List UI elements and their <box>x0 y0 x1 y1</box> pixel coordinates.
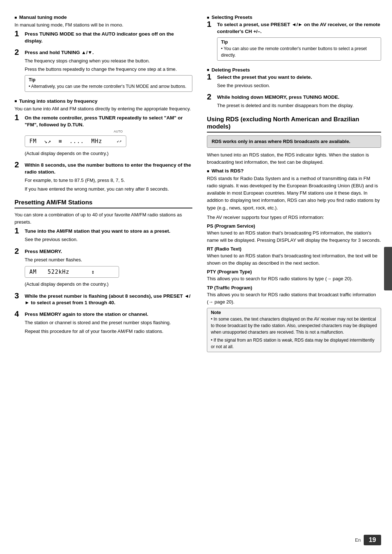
tp-section: TP (Traffic Program) This allows you to … <box>207 285 381 306</box>
rt-body: When tuned to an RDS station that's broa… <box>207 252 381 267</box>
pty-title: PTY (Program Type) <box>207 269 381 274</box>
preset-step2-title: Press MEMORY. <box>25 248 192 255</box>
preset-step2-body: The preset number flashes. <box>25 256 192 264</box>
manual-step2-body2: Press the buttons repeatedly to change t… <box>25 66 192 73</box>
preset-step1-title: Tune into the AM/FM station that you wan… <box>25 228 192 235</box>
preset-display-box: AM 522kHz ↕ <box>25 266 119 278</box>
preset-step4-body2: Repeat this procedure for all of your fa… <box>25 328 192 335</box>
freq-step1-title: On the remote controller, press TUNER re… <box>25 115 192 129</box>
manual-step1: 1 Press TUNING MODE so that the AUTO ind… <box>15 31 192 46</box>
ps-body: When tuned to an RDS station that's broa… <box>207 229 381 244</box>
display2-caption: (Actual display depends on the country.) <box>25 281 192 288</box>
pty-section: PTY (Program Type) This allows you to se… <box>207 269 381 282</box>
pty-body: This allows you to search for RDS radio … <box>207 275 381 282</box>
delete-step-num-1: 1 <box>207 73 217 90</box>
select-tip-box: Tip • You can also use the remote contro… <box>217 37 381 61</box>
tp-body: This allows you to search for RDS radio … <box>207 291 381 306</box>
manual-step2-title: Press and hold TUNING ▲/▼. <box>25 49 192 56</box>
freq-step2: 2 Within 8 seconds, use the number butto… <box>15 162 192 194</box>
preset-step3: 3 While the preset number is flashing (a… <box>15 293 192 308</box>
page-number: 19 <box>364 535 381 545</box>
delete-step1: 1 Select the preset that you want to del… <box>207 74 381 90</box>
selecting-presets-heading: Selecting Presets <box>207 15 381 20</box>
freq-display-wrapper: AUTO FM ↘↗ ≡ .... MHz ↙↗ <box>25 130 192 147</box>
manual-tuning-intro: In manual tuning mode, FM stations will … <box>15 21 192 29</box>
display-text: FM ↘↗ ≡ .... MHz <box>29 138 102 144</box>
preset-step-num-4: 4 <box>15 310 25 336</box>
manual-tuning-heading: Manual tuning mode <box>15 15 192 20</box>
select-step1-title: To select a preset, use PRESET ◄/► on th… <box>217 21 381 35</box>
preset-step1-body: See the previous section. <box>25 236 192 243</box>
left-column: Manual tuning mode In manual tuning mode… <box>15 15 203 539</box>
freq-step2-title: Within 8 seconds, use the number buttons… <box>25 162 192 176</box>
ps-section: PS (Program Service) When tuned to an RD… <box>207 223 381 244</box>
manual-tip-label: Tip <box>29 77 188 82</box>
preset-step4: 4 Press MEMORY again to store the statio… <box>15 311 192 336</box>
what-is-rds-body1: RDS stands for Radio Data System and is … <box>207 175 381 212</box>
select-step1: 1 To select a preset, use PRESET ◄/► on … <box>207 21 381 64</box>
tuning-freq-intro: You can tune into AM and FM stations dir… <box>15 105 192 113</box>
display1-caption: (Actual display depends on the country.) <box>25 150 192 157</box>
rds-note-item1: • In some cases, the text characters dis… <box>211 316 377 335</box>
rds-intro1: When tuned into an RDS station, the RDS … <box>207 151 381 166</box>
preset-step-num-1: 1 <box>15 227 25 244</box>
delete-step2-title: While holding down MEMORY, press TUNING … <box>217 94 381 101</box>
presetting-heading: Presetting AM/FM Stations <box>15 199 192 208</box>
rds-warning: RDS works only in areas where RDS broadc… <box>207 135 381 148</box>
presetting-intro: You can store a combination of up to 40 … <box>15 211 192 226</box>
tp-title: TP (Traffic Program) <box>207 285 381 290</box>
deleting-presets-heading: Deleting Presets <box>207 67 381 73</box>
rds-note-label: Note <box>211 310 377 315</box>
delete-step2-body: The preset is deleted and its number dis… <box>217 102 381 109</box>
preset-step2: 2 Press MEMORY. The preset number flashe… <box>15 248 192 289</box>
rds-note-box: Note • In some cases, the text character… <box>207 308 381 352</box>
side-tab <box>384 247 392 290</box>
freq-step-num-1: 1 <box>15 114 25 158</box>
manual-tip-content: • Alternatively, you can use the remote … <box>29 83 188 90</box>
step-num-2: 2 <box>15 48 25 95</box>
manual-step1-title: Press TUNING MODE so that the AUTO indic… <box>25 31 192 45</box>
manual-tip-box: Tip • Alternatively, you can use the rem… <box>25 75 192 92</box>
preset-step-num-2: 2 <box>15 247 25 289</box>
preset-display-text: AM 522kHz ↕ <box>29 269 95 275</box>
ps-title: PS (Program Service) <box>207 223 381 229</box>
en-label: En <box>355 537 361 543</box>
freq-step1: 1 On the remote controller, press TUNER … <box>15 115 192 158</box>
rds-heading: Using RDS (excluding North American and … <box>207 116 381 133</box>
manual-step2-body1: The frequency stops changing when you re… <box>25 57 192 65</box>
manual-step2: 2 Press and hold TUNING ▲/▼. The frequen… <box>15 49 192 95</box>
page-number-area: En 19 <box>355 535 381 545</box>
freq-display-box: FM ↘↗ ≡ .... MHz ↙↗ <box>25 135 126 147</box>
freq-step2-body2: If you have entered the wrong number, yo… <box>25 186 192 193</box>
display-auto-label: AUTO <box>25 130 126 133</box>
delete-step2: 2 While holding down MEMORY, press TUNIN… <box>207 94 381 110</box>
preset-step3-title: While the preset number is flashing (abo… <box>25 293 192 307</box>
preset-step4-title: Press MEMORY again to store the station … <box>25 311 192 318</box>
delete-step-num-2: 2 <box>207 93 217 110</box>
freq-step-num-2: 2 <box>15 161 25 194</box>
step-num-1: 1 <box>15 30 25 46</box>
display-icon: ↙↗ <box>117 139 122 143</box>
rt-title: RT (Radio Text) <box>207 246 381 252</box>
page-container: Manual tuning mode In manual tuning mode… <box>0 0 392 554</box>
preset-step4-body1: The station or channel is stored and the… <box>25 319 192 326</box>
select-tip-content: • You can also use the remote controller… <box>221 45 377 58</box>
select-tip-label: Tip <box>221 40 377 45</box>
preset-step1: 1 Tune into the AM/FM station that you w… <box>15 228 192 244</box>
rds-note-item2: • If the signal from an RDS station is w… <box>211 337 377 350</box>
what-is-rds-heading: What is RDS? <box>207 168 381 174</box>
what-is-rds-body2: The AV receiver supports four types of R… <box>207 214 381 221</box>
right-column: Selecting Presets 1 To select a preset, … <box>203 15 381 539</box>
freq-step2-body1: For example, to tune to 87.5 (FM), press… <box>25 177 192 184</box>
select-step-num-1: 1 <box>207 20 217 64</box>
rt-section: RT (Radio Text) When tuned to an RDS sta… <box>207 246 381 267</box>
tuning-freq-heading: Tuning into stations by frequency <box>15 98 192 104</box>
delete-step1-body: See the previous section. <box>217 82 381 89</box>
preset-step-num-3: 3 <box>15 292 25 308</box>
delete-step1-title: Select the preset that you want to delet… <box>217 74 381 81</box>
